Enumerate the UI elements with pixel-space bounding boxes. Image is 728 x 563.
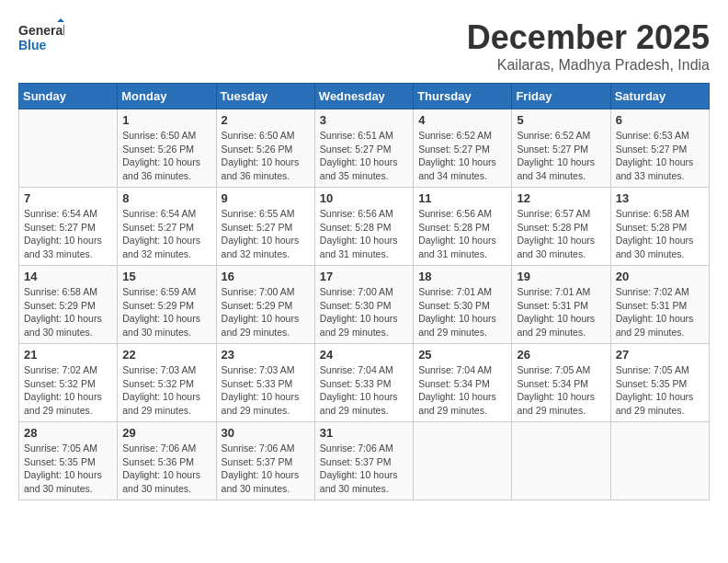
day-number: 20 [616,270,704,283]
calendar-day-cell: 16Sunrise: 7:00 AMSunset: 5:29 PMDayligh… [216,266,314,344]
calendar-day-cell: 15Sunrise: 6:59 AMSunset: 5:29 PMDayligh… [118,266,216,344]
calendar-weekday-header: Monday [118,84,216,109]
calendar-week-row: 7Sunrise: 6:54 AMSunset: 5:27 PMDaylight… [19,188,710,266]
day-number: 8 [122,191,210,205]
day-info: Sunrise: 6:52 AMSunset: 5:27 PMDaylight:… [517,129,605,183]
day-number: 28 [24,426,112,440]
day-info: Sunrise: 6:58 AMSunset: 5:29 PMDaylight:… [24,285,112,339]
day-number: 23 [222,348,310,362]
calendar-day-cell: 19Sunrise: 7:01 AMSunset: 5:31 PMDayligh… [512,266,610,344]
day-info: Sunrise: 7:01 AMSunset: 5:31 PMDaylight:… [517,285,605,339]
svg-marker-2 [57,18,64,22]
day-info: Sunrise: 6:56 AMSunset: 5:28 PMDaylight:… [320,207,408,261]
calendar-weekday-header: Wednesday [314,84,413,109]
calendar-day-cell: 29Sunrise: 7:06 AMSunset: 5:36 PMDayligh… [118,422,216,500]
day-number: 19 [517,270,605,283]
day-info: Sunrise: 7:05 AMSunset: 5:35 PMDaylight:… [24,442,112,496]
calendar-day-cell: 2Sunrise: 6:50 AMSunset: 5:26 PMDaylight… [216,109,314,188]
day-info: Sunrise: 6:51 AMSunset: 5:27 PMDaylight:… [320,129,408,183]
calendar-day-cell: 21Sunrise: 7:02 AMSunset: 5:32 PMDayligh… [19,344,118,422]
day-info: Sunrise: 7:03 AMSunset: 5:32 PMDaylight:… [122,363,210,418]
day-info: Sunrise: 6:53 AMSunset: 5:27 PMDaylight:… [616,129,704,183]
day-info: Sunrise: 7:06 AMSunset: 5:37 PMDaylight:… [222,442,310,496]
day-info: Sunrise: 7:02 AMSunset: 5:31 PMDaylight:… [616,285,704,339]
day-number: 17 [320,270,408,283]
calendar-day-cell: 20Sunrise: 7:02 AMSunset: 5:31 PMDayligh… [610,266,709,344]
day-number: 31 [320,426,408,440]
calendar-day-cell: 4Sunrise: 6:52 AMSunset: 5:27 PMDaylight… [414,109,512,188]
page-header: General Blue December 2025 Kailaras, Mad… [18,18,710,74]
calendar-day-cell: 8Sunrise: 6:54 AMSunset: 5:27 PMDaylight… [118,188,216,266]
calendar-day-cell: 18Sunrise: 7:01 AMSunset: 5:30 PMDayligh… [414,266,512,344]
day-number: 30 [222,426,310,440]
logo: General Blue [18,18,64,55]
day-number: 4 [418,113,506,127]
day-info: Sunrise: 7:00 AMSunset: 5:29 PMDaylight:… [222,285,310,339]
day-number: 24 [320,348,408,362]
calendar-day-cell [610,422,709,500]
calendar-week-row: 28Sunrise: 7:05 AMSunset: 5:35 PMDayligh… [19,422,710,500]
calendar-day-cell: 12Sunrise: 6:57 AMSunset: 5:28 PMDayligh… [512,188,610,266]
calendar-day-cell: 7Sunrise: 6:54 AMSunset: 5:27 PMDaylight… [19,188,118,266]
day-number: 3 [320,113,408,127]
calendar-header-row: SundayMondayTuesdayWednesdayThursdayFrid… [19,84,710,109]
day-info: Sunrise: 6:54 AMSunset: 5:27 PMDaylight:… [122,207,210,261]
calendar-week-row: 21Sunrise: 7:02 AMSunset: 5:32 PMDayligh… [19,344,710,422]
day-number: 25 [418,348,506,362]
day-info: Sunrise: 6:57 AMSunset: 5:28 PMDaylight:… [517,207,605,261]
calendar-day-cell: 24Sunrise: 7:04 AMSunset: 5:33 PMDayligh… [314,344,413,422]
day-number: 5 [517,113,605,127]
day-number: 18 [418,270,506,283]
calendar-table: SundayMondayTuesdayWednesdayThursdayFrid… [18,83,710,500]
day-number: 16 [222,270,310,283]
svg-text:Blue: Blue [18,38,47,52]
day-info: Sunrise: 7:06 AMSunset: 5:37 PMDaylight:… [320,442,408,496]
calendar-day-cell: 1Sunrise: 6:50 AMSunset: 5:26 PMDaylight… [118,109,216,188]
day-info: Sunrise: 7:00 AMSunset: 5:30 PMDaylight:… [320,285,408,339]
day-number: 10 [320,191,408,205]
calendar-day-cell: 23Sunrise: 7:03 AMSunset: 5:33 PMDayligh… [216,344,314,422]
day-number: 27 [616,348,704,362]
day-info: Sunrise: 7:06 AMSunset: 5:36 PMDaylight:… [122,442,210,496]
day-number: 14 [24,270,112,283]
day-number: 13 [616,191,704,205]
day-info: Sunrise: 6:54 AMSunset: 5:27 PMDaylight:… [24,207,112,261]
day-info: Sunrise: 7:04 AMSunset: 5:33 PMDaylight:… [320,363,408,418]
calendar-day-cell: 10Sunrise: 6:56 AMSunset: 5:28 PMDayligh… [314,188,413,266]
day-info: Sunrise: 7:05 AMSunset: 5:34 PMDaylight:… [517,363,605,418]
calendar-day-cell: 25Sunrise: 7:04 AMSunset: 5:34 PMDayligh… [414,344,512,422]
calendar-weekday-header: Friday [512,84,610,109]
calendar-day-cell: 28Sunrise: 7:05 AMSunset: 5:35 PMDayligh… [19,422,118,500]
day-info: Sunrise: 6:59 AMSunset: 5:29 PMDaylight:… [122,285,210,339]
day-number: 7 [24,191,112,205]
day-info: Sunrise: 7:04 AMSunset: 5:34 PMDaylight:… [418,363,506,418]
day-number: 1 [122,113,210,127]
day-number: 26 [517,348,605,362]
day-info: Sunrise: 6:55 AMSunset: 5:27 PMDaylight:… [222,207,310,261]
calendar-weekday-header: Sunday [19,84,118,109]
calendar-weekday-header: Thursday [414,84,512,109]
day-info: Sunrise: 7:01 AMSunset: 5:30 PMDaylight:… [418,285,506,339]
calendar-day-cell: 11Sunrise: 6:56 AMSunset: 5:28 PMDayligh… [414,188,512,266]
day-info: Sunrise: 6:50 AMSunset: 5:26 PMDaylight:… [222,129,310,183]
calendar-day-cell [414,422,512,500]
calendar-day-cell: 6Sunrise: 6:53 AMSunset: 5:27 PMDaylight… [610,109,709,188]
calendar-day-cell: 9Sunrise: 6:55 AMSunset: 5:27 PMDaylight… [216,188,314,266]
day-number: 15 [122,270,210,283]
calendar-day-cell: 14Sunrise: 6:58 AMSunset: 5:29 PMDayligh… [19,266,118,344]
day-number: 11 [418,191,506,205]
calendar-day-cell: 17Sunrise: 7:00 AMSunset: 5:30 PMDayligh… [314,266,413,344]
calendar-day-cell: 5Sunrise: 6:52 AMSunset: 5:27 PMDaylight… [512,109,610,188]
calendar-day-cell: 22Sunrise: 7:03 AMSunset: 5:32 PMDayligh… [118,344,216,422]
day-info: Sunrise: 7:02 AMSunset: 5:32 PMDaylight:… [24,363,112,418]
calendar-day-cell [512,422,610,500]
calendar-day-cell: 13Sunrise: 6:58 AMSunset: 5:28 PMDayligh… [610,188,709,266]
svg-text:General: General [18,23,64,38]
day-info: Sunrise: 7:03 AMSunset: 5:33 PMDaylight:… [222,363,310,418]
day-number: 6 [616,113,704,127]
day-number: 2 [222,113,310,127]
day-info: Sunrise: 7:05 AMSunset: 5:35 PMDaylight:… [616,363,704,418]
month-title: December 2025 [467,18,710,57]
day-number: 22 [122,348,210,362]
logo-svg: General Blue [18,18,64,55]
